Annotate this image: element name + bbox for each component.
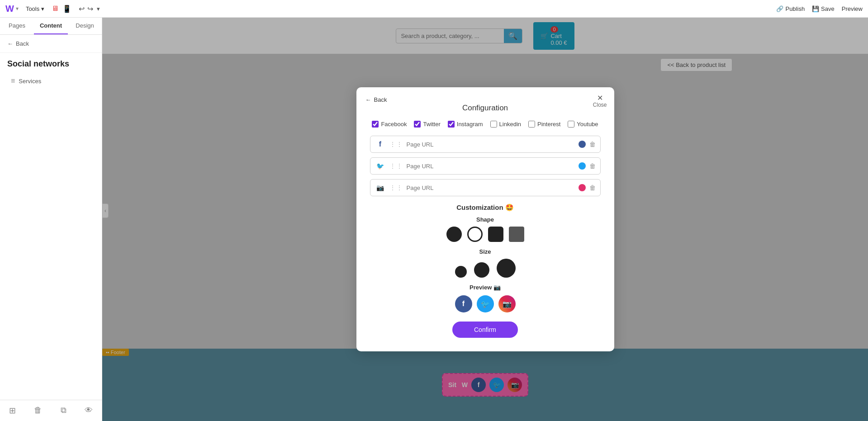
shape-circle-outline[interactable] (467, 227, 483, 242)
facebook-checkbox[interactable] (372, 121, 379, 128)
facebook-drag-handle[interactable]: ⋮⋮ (389, 141, 403, 148)
content-area: 🔍 🛒 0 Cart 0.00 € << Back to product lis… (102, 18, 868, 421)
instagram-checkbox[interactable] (448, 121, 455, 128)
close-x-icon: ✕ (597, 95, 603, 102)
shape-circle-filled[interactable] (446, 227, 462, 242)
section-title: Social networks (0, 53, 102, 72)
brand-logo: W (5, 4, 14, 14)
twitter-url-row: 🐦 ⋮⋮ 🗑 (370, 157, 601, 175)
facebook-url-row: f ⋮⋮ 🗑 (370, 136, 601, 153)
back-link[interactable]: ← Back (0, 35, 102, 53)
main-layout: Pages Content Design ← Back Social netwo… (0, 18, 868, 421)
twitter-delete-icon[interactable]: 🗑 (589, 162, 596, 170)
checkbox-youtube[interactable]: Youtube (568, 121, 598, 128)
shapes-row (370, 227, 601, 242)
modal-back-arrow-icon: ← (365, 96, 371, 103)
instagram-url-input[interactable] (407, 184, 575, 191)
facebook-row-icon: f (375, 139, 386, 150)
preview-instagram-icon[interactable]: 📷 (498, 295, 516, 312)
tab-content[interactable]: Content (34, 18, 68, 34)
modal-close-button[interactable]: ✕ Close (593, 95, 607, 108)
tab-pages[interactable]: Pages (0, 18, 34, 34)
topbar: W ▾ Tools ▾ 🖥 📱 ↩ ↪ ▾ 🔗 Publish 💾 Save P… (0, 0, 868, 18)
mobile-icon[interactable]: 📱 (62, 5, 71, 13)
preview-twitter-icon[interactable]: 🐦 (477, 295, 494, 312)
confirm-button[interactable]: Confirm (452, 322, 518, 338)
shape-square-sharp[interactable] (509, 227, 524, 242)
publish-icon: 🔗 (776, 5, 783, 12)
modal-overlay: ← Back ✕ Close Configuration Facebook (102, 18, 868, 421)
modal-back-button[interactable]: ← Back (365, 96, 387, 103)
checkbox-instagram[interactable]: Instagram (448, 121, 483, 128)
facebook-url-input[interactable] (407, 141, 575, 148)
back-arrow-icon: ← (7, 40, 13, 47)
services-icon: ≡ (11, 77, 15, 85)
checkbox-linkedin[interactable]: Linkedin (490, 121, 521, 128)
facebook-delete-icon[interactable]: 🗑 (589, 141, 596, 148)
layers-icon[interactable]: ⧉ (61, 406, 66, 416)
desktop-icon[interactable]: 🖥 (52, 5, 59, 13)
size-large[interactable] (497, 259, 516, 278)
twitter-drag-handle[interactable]: ⋮⋮ (389, 162, 403, 170)
preview-facebook-icon[interactable]: f (455, 295, 472, 312)
visibility-icon[interactable]: 👁 (85, 406, 93, 416)
right-actions: 🔗 Publish 💾 Save Preview (776, 5, 863, 12)
twitter-color-dot[interactable] (579, 162, 586, 170)
instagram-row-icon: 📷 (375, 182, 386, 193)
customization-title: Customization 🤩 (370, 203, 601, 212)
checkbox-twitter[interactable]: Twitter (414, 121, 440, 128)
history-icons: ↩ ↪ (79, 5, 93, 13)
facebook-color-dot[interactable] (579, 141, 586, 148)
preview-button[interactable]: Preview (842, 5, 863, 12)
brand-caret: ▾ (16, 5, 19, 12)
redo-icon[interactable]: ↪ (87, 5, 93, 13)
network-checkboxes: Facebook Twitter Instagram Linkedin (370, 121, 601, 128)
instagram-drag-handle[interactable]: ⋮⋮ (389, 184, 403, 191)
save-button[interactable]: 💾 Save (812, 5, 835, 12)
shape-square-rounded[interactable] (488, 227, 503, 242)
twitter-row-icon: 🐦 (375, 161, 386, 171)
sidebar: Pages Content Design ← Back Social netwo… (0, 18, 102, 421)
size-small[interactable] (455, 266, 467, 278)
tab-design[interactable]: Design (68, 18, 102, 34)
undo-icon[interactable]: ↩ (79, 5, 85, 13)
sidebar-bottom-actions: ⊞ 🗑 ⧉ 👁 (0, 400, 102, 421)
device-icons: 🖥 📱 (52, 5, 71, 13)
size-label: Size (370, 248, 601, 255)
twitter-checkbox[interactable] (414, 121, 421, 128)
preview-icons: f 🐦 📷 (370, 295, 601, 312)
modal-title: Configuration (370, 104, 601, 113)
size-medium[interactable] (474, 262, 489, 278)
instagram-url-row: 📷 ⋮⋮ 🗑 (370, 179, 601, 196)
add-section-icon[interactable]: ⊞ (9, 406, 16, 416)
preview-label: Preview 📷 (370, 284, 601, 291)
sidebar-tabs: Pages Content Design (0, 18, 102, 35)
publish-button[interactable]: 🔗 Publish (776, 5, 805, 12)
tools-button[interactable]: Tools ▾ (26, 5, 44, 12)
sidebar-item-services[interactable]: ≡ Services (4, 72, 98, 90)
delete-icon[interactable]: 🗑 (34, 406, 42, 416)
configuration-modal: ← Back ✕ Close Configuration Facebook (356, 87, 614, 351)
sizes-row (370, 259, 601, 278)
more-button[interactable]: ▾ (97, 5, 100, 12)
twitter-url-input[interactable] (407, 163, 575, 170)
checkbox-facebook[interactable]: Facebook (372, 121, 407, 128)
youtube-checkbox[interactable] (568, 121, 574, 128)
save-icon: 💾 (812, 5, 819, 12)
instagram-delete-icon[interactable]: 🗑 (589, 184, 596, 191)
pinterest-checkbox[interactable] (528, 121, 535, 128)
linkedin-checkbox[interactable] (490, 121, 497, 128)
shape-label: Shape (370, 216, 601, 223)
instagram-color-dot[interactable] (579, 184, 586, 191)
checkbox-pinterest[interactable]: Pinterest (528, 121, 560, 128)
